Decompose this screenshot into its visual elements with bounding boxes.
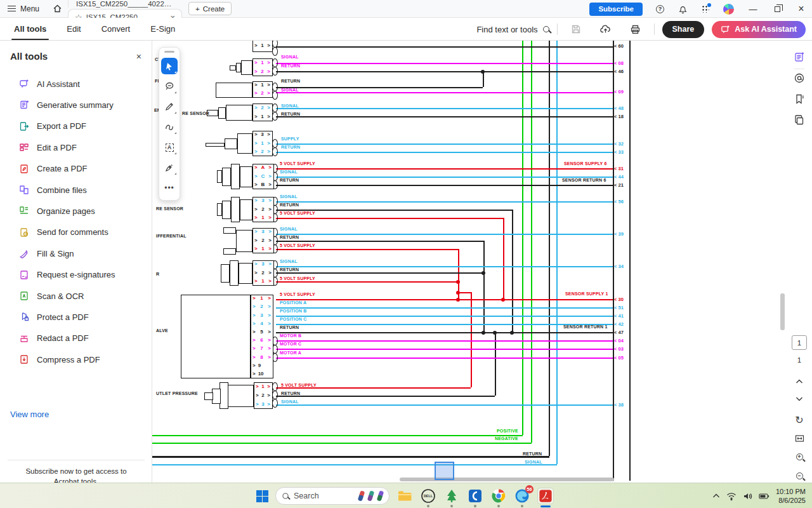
taskbar-app-file-explorer[interactable] bbox=[396, 488, 413, 504]
toolbar-tab-all-tools[interactable]: All tools bbox=[11, 18, 49, 40]
tool-item-label: Generative summary bbox=[37, 100, 114, 110]
minimize-button[interactable]: — bbox=[742, 0, 764, 18]
battery-icon[interactable] bbox=[759, 493, 769, 500]
upload-cloud-button[interactable] bbox=[594, 18, 617, 41]
volume-icon[interactable] bbox=[743, 492, 752, 500]
junction-dot bbox=[493, 331, 497, 335]
more-tools-button[interactable]: ••• bbox=[161, 180, 178, 196]
menu-button[interactable]: Menu bbox=[0, 0, 47, 17]
tool-item-export[interactable]: Export a PDF bbox=[0, 117, 152, 135]
toolbar-tab-edit[interactable]: Edit bbox=[64, 18, 83, 40]
taskbar-app-edge-mail[interactable]: 56 bbox=[514, 488, 530, 504]
comment-icon bbox=[164, 81, 174, 91]
wire-horizontal bbox=[276, 404, 613, 406]
tool-item-summary[interactable]: Generative summary bbox=[0, 96, 152, 114]
select-tool-button[interactable] bbox=[161, 58, 178, 74]
protect-icon bbox=[19, 312, 29, 322]
subscribe-button-top[interactable]: Subscribe bbox=[589, 3, 643, 16]
tool-item-edit[interactable]: Edit a PDF bbox=[0, 138, 152, 156]
draw-tool-button[interactable] bbox=[161, 119, 178, 135]
ask-ai-assistant-button[interactable]: Ask AI Assistant bbox=[712, 21, 806, 38]
ask-ai-label: Ask AI Assistant bbox=[735, 25, 797, 34]
create-tab-button[interactable]: + Create bbox=[188, 2, 232, 15]
tool-item-organize[interactable]: Organize pages bbox=[0, 202, 152, 220]
wifi-icon[interactable] bbox=[726, 492, 737, 500]
quick-tools-palette: A ••• bbox=[159, 47, 180, 201]
sign-tool-button[interactable] bbox=[161, 159, 178, 176]
taskbar-app-dell-app[interactable]: DELL bbox=[420, 488, 436, 504]
generative-summary-icon[interactable] bbox=[794, 51, 805, 63]
next-page-button[interactable] bbox=[793, 392, 806, 405]
wire-vertical bbox=[495, 332, 496, 396]
tool-item-esign[interactable]: Request e-signatures bbox=[0, 266, 152, 284]
bookmarks-icon[interactable] bbox=[794, 93, 805, 105]
scroll-position-indicator[interactable] bbox=[435, 462, 454, 480]
pdf-page-wiring-diagram[interactable]: >1>>1>>2>>1>>2>>2>>1>>3>>1>>2>>A>>C>>B>>… bbox=[152, 41, 787, 483]
comment-tool-button[interactable] bbox=[161, 78, 178, 95]
tray-chevron-icon[interactable] bbox=[712, 493, 720, 498]
taskbar-app-chrome[interactable] bbox=[490, 488, 507, 504]
notifications-button[interactable] bbox=[672, 0, 693, 18]
share-button[interactable]: Share bbox=[662, 21, 705, 38]
tool-item-create[interactable]: Create a PDF bbox=[0, 160, 152, 178]
profile-button[interactable] bbox=[717, 0, 740, 18]
zoom-out-icon: − bbox=[796, 472, 803, 479]
connector-pin: >4> bbox=[252, 321, 271, 326]
save-button[interactable] bbox=[565, 18, 587, 41]
previous-page-button[interactable] bbox=[793, 375, 806, 388]
taskbar-app-green-tree-app[interactable] bbox=[443, 488, 460, 504]
taskbar-app-acrobat[interactable] bbox=[537, 488, 554, 504]
wire-horizontal bbox=[276, 324, 613, 325]
ecm-pin-number: < 56 bbox=[614, 199, 624, 204]
right-rail: 1 1 ↻ + − bbox=[787, 41, 812, 483]
home-button[interactable] bbox=[47, 0, 68, 17]
chrome-icon bbox=[491, 488, 506, 504]
ecm-pin-number: < 41 bbox=[614, 314, 624, 319]
comments-icon[interactable] bbox=[794, 72, 805, 84]
zoom-out-button[interactable]: − bbox=[793, 469, 806, 482]
tool-item-protect[interactable]: Protect a PDF bbox=[0, 308, 152, 326]
current-page-input[interactable]: 1 bbox=[792, 335, 807, 350]
document-tab-2[interactable]: ISX15_CM2250_____4022234.... bbox=[68, 0, 182, 8]
restore-button[interactable] bbox=[766, 0, 788, 18]
wire-label: NEGATIVE bbox=[495, 436, 518, 441]
panel-close-button[interactable]: × bbox=[136, 51, 141, 62]
divider bbox=[8, 460, 145, 460]
palette-drag-handle[interactable] bbox=[164, 51, 174, 53]
tool-item-send[interactable]: Send for comments bbox=[0, 224, 152, 241]
wire-horizontal bbox=[276, 46, 613, 48]
clock[interactable]: 10:10 PM 8/6/2025 bbox=[776, 487, 806, 505]
tool-item-combine[interactable]: Combine files bbox=[0, 181, 152, 199]
tool-item-label: Combine files bbox=[37, 185, 87, 195]
tool-item-redact[interactable]: Redact a PDF bbox=[0, 330, 152, 347]
view-more-link[interactable]: View more bbox=[10, 410, 49, 419]
start-button[interactable] bbox=[256, 490, 268, 502]
tool-item-scan[interactable]: Scan & OCR bbox=[0, 287, 152, 305]
taskbar-app-blue-app[interactable] bbox=[467, 488, 483, 504]
vertical-scrollbar-thumb[interactable] bbox=[780, 293, 785, 330]
rotate-refresh-button[interactable]: ↻ bbox=[793, 413, 806, 426]
twisted-pair-symbol bbox=[272, 47, 278, 56]
wire-vertical bbox=[629, 41, 631, 481]
highlight-tool-button[interactable] bbox=[161, 98, 178, 115]
tool-item-compress[interactable]: Compress a PDF bbox=[0, 351, 152, 368]
toolbar-tab-e-sign[interactable]: E-Sign bbox=[148, 18, 178, 40]
find-text-button[interactable]: Find text or tools bbox=[476, 25, 549, 34]
main-toolbar: All toolsEditConvertE-Sign Find text or … bbox=[0, 18, 812, 41]
create-label: Create bbox=[203, 5, 225, 13]
fit-width-button[interactable] bbox=[793, 432, 806, 444]
print-button[interactable] bbox=[624, 18, 646, 41]
taskbar-search[interactable]: Search bbox=[275, 487, 390, 505]
zoom-in-button[interactable]: + bbox=[793, 450, 806, 463]
tool-item-fill[interactable]: Fill & Sign bbox=[0, 244, 152, 262]
wire-horizontal bbox=[276, 168, 613, 170]
apps-grid-button[interactable] bbox=[696, 0, 715, 18]
wire-label: RETURN bbox=[281, 79, 300, 83]
toolbar-tab-convert[interactable]: Convert bbox=[99, 18, 133, 40]
tool-item-ai[interactable]: AI Assistant bbox=[0, 75, 152, 93]
close-button[interactable]: × bbox=[790, 0, 812, 18]
horizontal-scrollbar-thumb[interactable] bbox=[400, 478, 614, 481]
help-button[interactable]: ? bbox=[650, 0, 670, 18]
textbox-tool-button[interactable]: A bbox=[161, 139, 178, 156]
attachments-icon[interactable] bbox=[794, 114, 805, 126]
